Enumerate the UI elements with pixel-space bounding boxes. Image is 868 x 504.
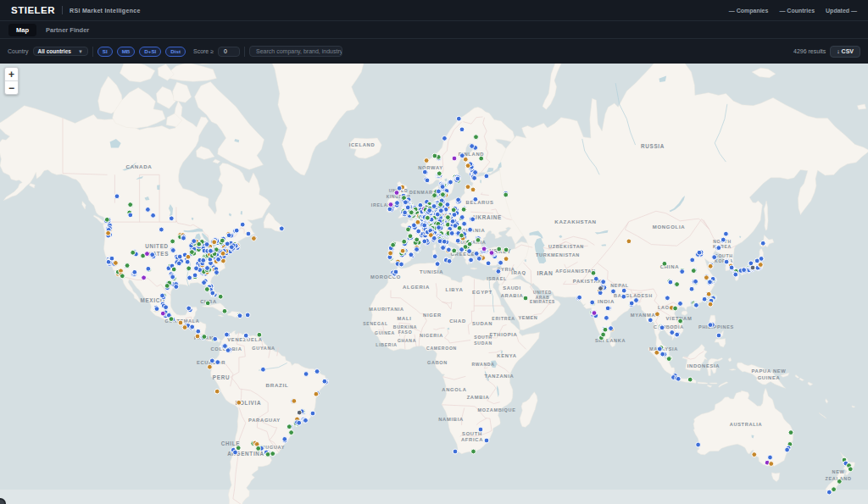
svg-text:ETHIOPIA: ETHIOPIA <box>490 332 518 337</box>
svg-text:INDONESIA: INDONESIA <box>687 363 721 368</box>
svg-text:GUINEA: GUINEA <box>375 330 395 335</box>
svg-text:CAMEROON: CAMEROON <box>426 346 457 351</box>
svg-text:ERITREA: ERITREA <box>492 316 515 321</box>
svg-text:SAUDI: SAUDI <box>503 285 521 291</box>
svg-text:ZAMBIA: ZAMBIA <box>467 395 490 400</box>
svg-text:PERU: PERU <box>213 374 230 380</box>
svg-text:ISRAEL: ISRAEL <box>487 276 507 281</box>
svg-text:LIBERIA: LIBERIA <box>376 342 397 347</box>
svg-text:TURKMENISTAN: TURKMENISTAN <box>536 252 580 258</box>
svg-text:BANGLADESH: BANGLADESH <box>614 293 653 298</box>
svg-text:UKRAINE: UKRAINE <box>473 214 502 220</box>
svg-text:NAMIBIA: NAMIBIA <box>438 417 464 422</box>
svg-text:ICELAND: ICELAND <box>349 142 376 147</box>
svg-text:AFGHANISTAN: AFGHANISTAN <box>555 269 595 274</box>
svg-text:ALGERIA: ALGERIA <box>403 285 430 290</box>
svg-text:AUSTRALIA: AUSTRALIA <box>730 422 763 427</box>
svg-text:GABON: GABON <box>427 360 448 365</box>
svg-text:LIBYA: LIBYA <box>446 287 464 292</box>
svg-text:MAURITANIA: MAURITANIA <box>369 307 403 312</box>
svg-text:NIGER: NIGER <box>423 313 442 318</box>
svg-text:EGYPT: EGYPT <box>472 290 492 295</box>
svg-text:RUSSIA: RUSSIA <box>641 143 665 149</box>
svg-text:MONGOLIA: MONGOLIA <box>653 224 686 230</box>
svg-text:UNITED: UNITED <box>533 291 552 295</box>
svg-text:YEMEN: YEMEN <box>518 315 537 320</box>
svg-text:PARAGUAY: PARAGUAY <box>248 418 281 423</box>
svg-text:EMIRATES: EMIRATES <box>530 300 555 304</box>
svg-text:SOUTH: SOUTH <box>474 335 492 340</box>
svg-text:CANADA: CANADA <box>125 163 152 169</box>
svg-text:SUDAN: SUDAN <box>474 341 492 346</box>
svg-text:INDIA: INDIA <box>598 298 615 304</box>
svg-text:FASO: FASO <box>398 330 413 335</box>
svg-text:CHAD: CHAD <box>449 318 466 324</box>
svg-text:MOZAMBIQUE: MOZAMBIQUE <box>477 407 515 413</box>
svg-text:KAZAKHSTAN: KAZAKHSTAN <box>554 219 597 224</box>
svg-text:RWANDA: RWANDA <box>471 362 494 367</box>
svg-text:MALI: MALI <box>398 316 412 321</box>
svg-text:GUYANA: GUYANA <box>252 346 275 351</box>
svg-text:IRAQ: IRAQ <box>511 270 526 275</box>
svg-text:NEW: NEW <box>832 469 845 474</box>
svg-text:UZBEKISTAN: UZBEKISTAN <box>548 244 584 249</box>
svg-text:GHANA: GHANA <box>398 338 416 343</box>
svg-text:AFRICA: AFRICA <box>461 437 483 442</box>
svg-text:BRAZIL: BRAZIL <box>266 382 289 388</box>
svg-text:ANGOLA: ANGOLA <box>442 387 466 392</box>
svg-text:PAPUA NEW: PAPUA NEW <box>751 368 786 374</box>
svg-text:TUNISIA: TUNISIA <box>420 269 443 274</box>
svg-text:SENEGAL: SENEGAL <box>363 321 388 326</box>
svg-text:SUDAN: SUDAN <box>472 321 492 326</box>
svg-text:UNITED: UNITED <box>145 243 169 249</box>
svg-text:ARABIA: ARABIA <box>501 293 524 298</box>
svg-text:PHILIPPINES: PHILIPPINES <box>698 324 734 330</box>
svg-text:TANZANIA: TANZANIA <box>485 374 515 379</box>
svg-text:NORWAY: NORWAY <box>418 165 443 170</box>
svg-text:BELARUS: BELARUS <box>466 200 494 205</box>
svg-text:NIGERIA: NIGERIA <box>420 333 443 338</box>
svg-text:IRAN: IRAN <box>537 270 553 276</box>
svg-text:KENYA: KENYA <box>497 353 516 358</box>
svg-text:NEPAL: NEPAL <box>610 283 629 288</box>
svg-text:GUINEA: GUINEA <box>758 375 781 380</box>
